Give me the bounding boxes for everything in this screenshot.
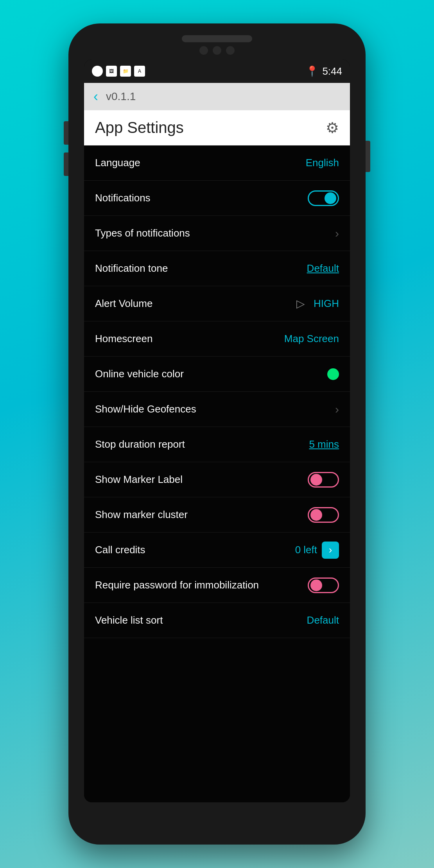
setting-homescreen[interactable]: Homescreen Map Screen bbox=[84, 321, 350, 357]
setting-require-password[interactable]: Require password for immobilization bbox=[84, 568, 350, 603]
toggle-thumb-show-marker-cluster bbox=[310, 509, 322, 521]
setting-label-homescreen: Homescreen bbox=[95, 333, 152, 345]
show-marker-label-toggle[interactable] bbox=[308, 472, 339, 488]
status-icons-left: 🖼 📁 A bbox=[92, 66, 145, 77]
sensor-dot2 bbox=[226, 46, 235, 55]
show-marker-cluster-toggle[interactable] bbox=[308, 507, 339, 523]
setting-label-show-marker-label: Show Marker Label bbox=[95, 473, 183, 486]
status-bar: 🖼 📁 A 📍 5:44 bbox=[84, 59, 350, 83]
status-time: 5:44 bbox=[322, 65, 342, 77]
camera-dot bbox=[199, 46, 208, 55]
setting-online-vehicle-color[interactable]: Online vehicle color bbox=[84, 357, 350, 392]
setting-show-marker-label[interactable]: Show Marker Label bbox=[84, 462, 350, 497]
setting-value-homescreen: Map Screen bbox=[284, 333, 339, 345]
setting-label-require-password: Require password for immobilization bbox=[95, 579, 259, 591]
version-bar: ‹ v0.1.1 bbox=[84, 83, 350, 110]
toggle-thumb-require-password bbox=[310, 579, 322, 591]
setting-label-call-credits: Call credits bbox=[95, 544, 145, 556]
play-icon[interactable]: ▷ bbox=[296, 297, 305, 310]
setting-value-vehicle-list-sort: Default bbox=[307, 614, 339, 626]
chevron-right-icon-geofences: › bbox=[335, 403, 339, 416]
color-dot-green[interactable] bbox=[327, 368, 339, 380]
toggle-thumb-notifications bbox=[325, 192, 336, 204]
setting-label-types-of-notifications: Types of notifications bbox=[95, 227, 190, 239]
notifications-toggle[interactable] bbox=[308, 190, 339, 206]
version-label: v0.1.1 bbox=[106, 90, 136, 103]
page-title: App Settings bbox=[95, 119, 184, 136]
require-password-toggle[interactable] bbox=[308, 577, 339, 593]
setting-label-show-marker-cluster: Show marker cluster bbox=[95, 509, 188, 521]
chevron-right-icon-notifications: › bbox=[335, 227, 339, 240]
setting-label-alert-volume: Alert Volume bbox=[95, 298, 152, 310]
setting-label-language: Language bbox=[95, 157, 140, 169]
back-button[interactable]: ‹ bbox=[93, 88, 98, 105]
setting-value-notification-tone: Default bbox=[307, 262, 339, 274]
setting-value-call-credits: 0 left bbox=[295, 544, 317, 556]
setting-language[interactable]: Language English bbox=[84, 145, 350, 181]
setting-vehicle-list-sort[interactable]: Vehicle list sort Default bbox=[84, 603, 350, 638]
setting-show-hide-geofences[interactable]: Show/Hide Geofences › bbox=[84, 392, 350, 427]
setting-notifications[interactable]: Notifications bbox=[84, 181, 350, 216]
settings-header: App Settings ⚙ bbox=[84, 110, 350, 145]
speaker bbox=[182, 35, 252, 42]
gear-icon[interactable]: ⚙ bbox=[326, 119, 339, 136]
status-icon-3: A bbox=[134, 66, 145, 77]
phone-frame: 🖼 📁 A 📍 5:44 ‹ v0.1.1 App Settings ⚙ Lan… bbox=[68, 23, 366, 845]
vol-down-button bbox=[64, 152, 68, 176]
setting-call-credits[interactable]: Call credits 0 left › bbox=[84, 533, 350, 568]
camera-row bbox=[199, 46, 235, 55]
setting-notification-tone[interactable]: Notification tone Default bbox=[84, 251, 350, 286]
status-right: 📍 5:44 bbox=[306, 65, 342, 77]
sensor-dot bbox=[213, 46, 221, 55]
setting-alert-volume[interactable]: Alert Volume ▷ HIGH bbox=[84, 286, 350, 321]
credits-right: 0 left › bbox=[295, 542, 339, 559]
settings-list: Language English Notifications Types of … bbox=[84, 145, 350, 802]
vol-up-button bbox=[64, 121, 68, 145]
setting-label-notifications: Notifications bbox=[95, 192, 151, 204]
setting-label-notification-tone: Notification tone bbox=[95, 262, 168, 274]
setting-value-alert-volume: HIGH bbox=[314, 298, 339, 310]
status-circle-icon bbox=[92, 66, 103, 77]
setting-label-show-hide-geofences: Show/Hide Geofences bbox=[95, 403, 196, 415]
setting-types-of-notifications[interactable]: Types of notifications › bbox=[84, 216, 350, 251]
setting-label-stop-duration-report: Stop duration report bbox=[95, 438, 185, 450]
credits-arrow-button[interactable]: › bbox=[322, 542, 339, 559]
phone-screen: 🖼 📁 A 📍 5:44 ‹ v0.1.1 App Settings ⚙ Lan… bbox=[84, 59, 350, 802]
setting-stop-duration-report[interactable]: Stop duration report 5 mins bbox=[84, 427, 350, 462]
setting-value-language: English bbox=[306, 157, 339, 169]
toggle-thumb-show-marker-label bbox=[310, 474, 322, 486]
setting-label-vehicle-list-sort: Vehicle list sort bbox=[95, 614, 163, 626]
setting-show-marker-cluster[interactable]: Show marker cluster bbox=[84, 497, 350, 533]
setting-label-online-vehicle-color: Online vehicle color bbox=[95, 368, 184, 380]
power-button bbox=[366, 141, 370, 172]
setting-value-stop-duration-report: 5 mins bbox=[309, 438, 339, 450]
status-icon-1: 🖼 bbox=[106, 66, 117, 77]
location-icon: 📍 bbox=[306, 65, 318, 77]
status-icon-2: 📁 bbox=[120, 66, 131, 77]
